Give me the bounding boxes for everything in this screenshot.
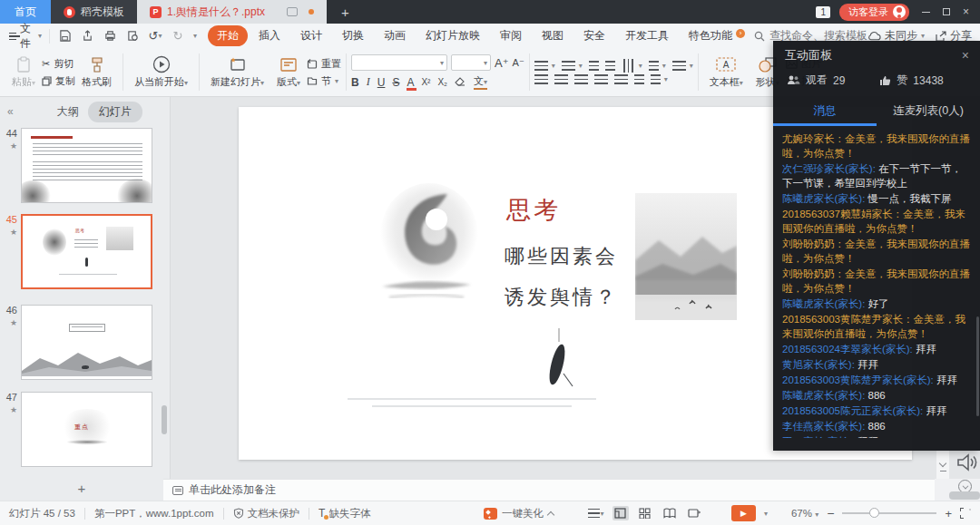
format-painter-button[interactable]: 格式刷 <box>75 52 118 92</box>
volume-icon[interactable] <box>955 452 978 473</box>
font-color-button[interactable]: A <box>407 76 414 89</box>
slideshow-view-icon[interactable] <box>686 506 702 520</box>
notes-toggle-view-icon[interactable]: ▾ <box>588 506 604 520</box>
align-right-icon[interactable] <box>574 74 588 84</box>
menu-tab[interactable]: 设计 <box>291 25 331 46</box>
undo-button[interactable]: ↺▾ <box>148 29 162 44</box>
panel-close-button[interactable]: × <box>962 48 969 63</box>
fit-to-window-icon[interactable] <box>960 508 971 519</box>
missing-font-status[interactable]: T 缺失字体 <box>318 507 370 520</box>
menu-tab[interactable]: 开始 <box>208 25 248 46</box>
horizontal-scrollbar-thumb[interactable] <box>949 491 980 500</box>
pinyin-button[interactable]: 文▾ <box>474 74 487 90</box>
add-slide-button[interactable]: + <box>0 479 163 501</box>
tab-outline[interactable]: 大纲 <box>57 104 79 120</box>
menu-tab[interactable]: 视图 <box>533 25 573 46</box>
font-name-select[interactable]: ▾ <box>351 54 447 71</box>
section-button[interactable]: 节▾ <box>307 74 341 88</box>
superscript-button[interactable]: X² <box>421 77 430 87</box>
menu-tab[interactable]: 幻灯片放映 <box>416 25 489 46</box>
menu-tab[interactable]: 安全 <box>574 25 614 46</box>
menu-tab[interactable]: 特色功能› <box>680 25 741 46</box>
decrease-font-button[interactable]: A⁻ <box>513 57 524 69</box>
zoom-slider[interactable] <box>842 512 936 514</box>
chat-message-list[interactable]: 尤婉玲家长：金美意，我来围观你的直播啦，为你点赞！ 次仁强珍家长(家长): 在下… <box>773 126 980 438</box>
reading-view-icon[interactable] <box>662 506 678 520</box>
slide-thumbnail-47[interactable]: 重点 <box>21 392 152 467</box>
new-tab-button[interactable]: + <box>327 0 364 24</box>
subscript-button[interactable]: X₂ <box>437 77 447 87</box>
comment-bubble-icon[interactable] <box>287 7 298 16</box>
strikethrough-button[interactable]: S <box>392 76 399 89</box>
redo-button[interactable]: ↻ <box>171 29 185 44</box>
canvas-vertical-scrollbar[interactable] <box>936 451 949 479</box>
zoom-out-button[interactable]: − <box>827 506 834 520</box>
increase-indent-icon[interactable] <box>605 61 615 71</box>
paragraph-more-button[interactable]: ▾ <box>651 74 668 84</box>
reset-button[interactable]: 重置 <box>307 57 341 71</box>
columns-icon[interactable] <box>634 74 644 84</box>
tab-document[interactable]: P 1.舆情是什么？.pptx <box>137 0 327 24</box>
textbox-button[interactable]: A 文本框▾ <box>703 52 750 92</box>
align-left-icon[interactable] <box>534 74 548 84</box>
slide-title[interactable]: 思考 <box>506 194 561 227</box>
clear-format-button[interactable] <box>455 77 466 87</box>
tab-messages[interactable]: 消息 <box>773 97 877 126</box>
font-size-select[interactable]: ▾ <box>451 54 491 71</box>
zoom-level[interactable]: 67% ▾ <box>791 508 818 519</box>
tab-mic-list[interactable]: 连麦列表(0人) <box>877 97 980 126</box>
file-menu-button[interactable]: 文件 ▾ <box>0 21 49 52</box>
print-preview-button[interactable] <box>125 29 140 44</box>
export-button[interactable] <box>80 29 94 44</box>
slide-sorter-view-icon[interactable] <box>637 506 653 520</box>
decrease-indent-icon[interactable] <box>589 61 599 71</box>
tab-slides[interactable]: 幻灯片 <box>88 102 142 122</box>
customize-toolbar-icon[interactable]: ▾ <box>193 32 197 40</box>
slide-thumbnail-44[interactable] <box>21 128 152 203</box>
play-options-icon[interactable]: ▾ <box>764 510 768 518</box>
italic-button[interactable]: I <box>367 75 370 89</box>
minimize-button[interactable] <box>922 12 930 13</box>
guest-login-button[interactable]: 访客登录 <box>839 4 909 21</box>
slide-question-line2[interactable]: 诱发舆情？ <box>505 284 618 311</box>
text-direction-button[interactable]: ▾ <box>622 61 642 71</box>
justify-icon[interactable] <box>594 74 608 84</box>
slide-thumbnail-46[interactable] <box>21 305 152 380</box>
window-count-badge[interactable]: 1 <box>816 6 830 18</box>
play-from-current-button[interactable]: 从当前开始▾ <box>128 52 194 92</box>
tab-docer-template[interactable]: 稻壳模板 <box>51 0 137 24</box>
print-button[interactable] <box>103 29 117 44</box>
notes-bar[interactable]: 单击此处添加备注 <box>163 479 935 501</box>
normal-view-icon[interactable] <box>612 506 629 520</box>
numbered-list-button[interactable]: ▾ <box>562 61 583 71</box>
bullet-list-button[interactable]: ▾ <box>534 61 555 71</box>
zoom-slider-thumb[interactable] <box>869 508 879 518</box>
save-button[interactable] <box>57 29 72 44</box>
increase-font-button[interactable]: A⁺ <box>495 56 509 70</box>
maximize-button[interactable] <box>943 8 950 15</box>
bold-button[interactable]: B <box>351 76 359 89</box>
distribute-icon[interactable] <box>614 74 628 84</box>
slide-question-line1[interactable]: 哪些因素会 <box>505 243 618 270</box>
menu-tab[interactable]: 审阅 <box>491 25 531 46</box>
close-window-button[interactable]: × <box>963 5 969 18</box>
menu-tab[interactable]: 动画 <box>375 25 415 46</box>
menu-tab[interactable]: 开发工具 <box>616 25 678 46</box>
sidebar-scrollbar[interactable] <box>162 405 167 434</box>
line-spacing-button[interactable]: ▾ <box>672 61 693 71</box>
slide-thumbnail-45-current[interactable]: 思考 <box>21 214 152 289</box>
copy-button[interactable]: 复制 <box>42 74 75 88</box>
chat-scrollbar[interactable] <box>976 316 979 416</box>
zoom-in-button[interactable]: + <box>945 507 952 520</box>
cut-button[interactable]: ✂剪切 <box>42 57 75 71</box>
align-center-icon[interactable] <box>554 74 568 84</box>
underline-button[interactable]: U <box>377 76 386 89</box>
beautify-button[interactable]: 一键美化 <box>484 507 554 520</box>
menu-tab[interactable]: 插入 <box>250 25 289 46</box>
play-slideshow-button[interactable]: ▶ <box>731 505 756 521</box>
layout-button[interactable]: 版式▾ <box>270 52 307 92</box>
menu-tab[interactable]: 切换 <box>333 25 373 46</box>
new-slide-button[interactable]: 新建幻灯片▾ <box>204 52 270 92</box>
paste-button[interactable]: 粘贴▾ <box>5 52 42 92</box>
document-protection-status[interactable]: 文档未保护 <box>233 507 300 520</box>
